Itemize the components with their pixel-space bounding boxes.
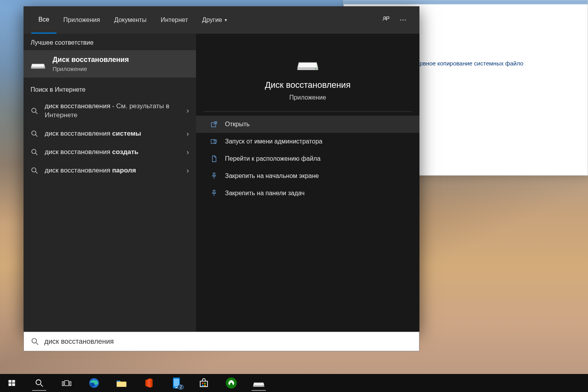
best-match-sub: Приложение bbox=[53, 65, 129, 72]
chevron-right-icon: › bbox=[187, 167, 189, 175]
folder-icon bbox=[116, 378, 127, 388]
svg-point-25 bbox=[36, 380, 41, 385]
taskbar-search-button[interactable] bbox=[31, 374, 48, 392]
search-input[interactable] bbox=[44, 338, 412, 346]
best-match-title: Диск восстановления bbox=[53, 56, 129, 64]
web-result-2[interactable]: диск восстановления создать › bbox=[24, 143, 196, 162]
tab-more[interactable]: Другие▾ bbox=[195, 6, 234, 34]
taskbar-store[interactable] bbox=[195, 374, 212, 392]
taskbar-your-phone[interactable]: 2 bbox=[168, 374, 185, 392]
svg-line-11 bbox=[36, 153, 38, 155]
tab-more-label: Другие bbox=[202, 16, 222, 24]
svg-rect-31 bbox=[117, 382, 127, 387]
svg-rect-22 bbox=[12, 380, 15, 383]
svg-rect-36 bbox=[202, 383, 203, 384]
svg-point-10 bbox=[32, 149, 36, 154]
search-icon bbox=[31, 167, 38, 174]
svg-rect-32 bbox=[117, 381, 120, 382]
tab-apps[interactable]: Приложения bbox=[56, 6, 107, 34]
chevron-down-icon: ▾ bbox=[225, 17, 227, 23]
svg-point-16 bbox=[315, 68, 316, 69]
taskbar-edge[interactable] bbox=[85, 374, 103, 392]
chevron-right-icon: › bbox=[187, 130, 189, 138]
web-result-0[interactable]: диск восстановления - См. результаты в И… bbox=[24, 97, 196, 125]
search-icon bbox=[35, 379, 44, 387]
tab-docs[interactable]: Документы bbox=[107, 6, 153, 34]
background-window-titlebar bbox=[344, 0, 588, 4]
web-result-text: диск восстановления создать bbox=[45, 148, 180, 157]
ellipsis-icon bbox=[399, 16, 407, 24]
search-icon bbox=[31, 107, 38, 115]
search-input-container[interactable] bbox=[24, 332, 419, 351]
search-left-pane: Лучшее соответствие Диск восстановления … bbox=[24, 34, 196, 332]
web-result-text: диск восстановления - См. результаты в И… bbox=[45, 102, 180, 120]
action-open-location-label: Перейти к расположению файла bbox=[225, 155, 321, 162]
taskbar-recovery-drive[interactable] bbox=[250, 374, 267, 392]
tab-web[interactable]: Интернет bbox=[154, 6, 195, 34]
office-icon bbox=[144, 377, 154, 388]
web-result-text: диск восстановления пароля bbox=[45, 166, 180, 175]
edge-icon bbox=[89, 377, 100, 388]
svg-rect-24 bbox=[12, 383, 15, 386]
best-match-item[interactable]: Диск восстановления Приложение bbox=[24, 50, 196, 78]
svg-point-41 bbox=[263, 386, 263, 387]
tab-web-label: Интернет bbox=[161, 16, 188, 24]
action-open-label: Открыть bbox=[225, 121, 250, 128]
search-icon bbox=[31, 148, 38, 156]
web-results-header: Поиск в Интернете bbox=[24, 81, 196, 97]
drive-icon bbox=[297, 55, 319, 71]
file-icon bbox=[210, 155, 218, 163]
more-options-button[interactable] bbox=[394, 11, 412, 29]
action-pin-taskbar-label: Закрепить на панели задач bbox=[225, 190, 305, 197]
svg-line-9 bbox=[36, 135, 38, 137]
task-view-icon bbox=[62, 379, 71, 387]
action-pin-start-label: Закрепить на начальном экране bbox=[225, 172, 319, 180]
search-tabs: Все Приложения Документы Интернет Другие… bbox=[24, 6, 419, 34]
svg-rect-39 bbox=[204, 385, 206, 387]
right-preview-header: Диск восстановления Приложение bbox=[204, 34, 412, 112]
svg-point-8 bbox=[32, 131, 36, 135]
task-view-button[interactable] bbox=[58, 374, 75, 392]
svg-point-2 bbox=[405, 20, 406, 21]
taskbar-office[interactable] bbox=[140, 374, 158, 392]
start-button[interactable] bbox=[3, 374, 20, 392]
svg-line-13 bbox=[36, 172, 38, 174]
action-run-admin-label: Запуск от имени администратора bbox=[225, 138, 322, 145]
svg-rect-38 bbox=[202, 385, 203, 387]
action-pin-start[interactable]: Закрепить на начальном экране bbox=[196, 167, 419, 185]
action-open[interactable]: Открыть bbox=[196, 116, 419, 133]
search-right-pane: Диск восстановления Приложение Открыть З… bbox=[196, 34, 419, 332]
svg-point-12 bbox=[32, 168, 36, 172]
search-icon bbox=[31, 130, 38, 138]
best-match-header: Лучшее соответствие bbox=[24, 34, 196, 50]
taskbar-xbox[interactable] bbox=[223, 374, 240, 392]
svg-rect-15 bbox=[299, 63, 316, 67]
web-result-1[interactable]: диск восстановления системы › bbox=[24, 125, 196, 143]
store-icon bbox=[199, 378, 209, 388]
taskbar: 2 bbox=[0, 374, 588, 392]
svg-point-6 bbox=[32, 108, 36, 113]
svg-rect-4 bbox=[33, 64, 44, 67]
search-flyout: Все Приложения Документы Интернет Другие… bbox=[24, 6, 419, 332]
svg-rect-40 bbox=[253, 386, 264, 387]
svg-rect-14 bbox=[298, 68, 318, 70]
feedback-button[interactable] bbox=[377, 11, 394, 29]
web-result-text: диск восстановления системы bbox=[45, 129, 180, 138]
xbox-icon bbox=[226, 377, 237, 388]
action-pin-taskbar[interactable]: Закрепить на панели задач bbox=[196, 185, 419, 202]
action-open-location[interactable]: Перейти к расположению файла bbox=[196, 150, 419, 167]
action-run-admin[interactable]: Запуск от имени администратора bbox=[196, 133, 419, 150]
windows-logo-icon bbox=[8, 379, 16, 387]
tab-apps-label: Приложения bbox=[64, 16, 100, 24]
tab-all-label: Все bbox=[38, 16, 49, 23]
person-feedback-icon bbox=[381, 16, 390, 24]
svg-point-5 bbox=[43, 67, 44, 68]
shield-icon bbox=[210, 138, 218, 145]
drive-icon bbox=[253, 379, 265, 387]
taskbar-explorer[interactable] bbox=[113, 374, 130, 392]
background-window-text: ервное копирование системных файло bbox=[416, 60, 523, 67]
drive-icon bbox=[31, 59, 45, 69]
tab-all[interactable]: Все bbox=[31, 6, 56, 34]
web-result-3[interactable]: диск восстановления пароля › bbox=[24, 162, 196, 180]
preview-sub: Приложение bbox=[289, 94, 326, 101]
